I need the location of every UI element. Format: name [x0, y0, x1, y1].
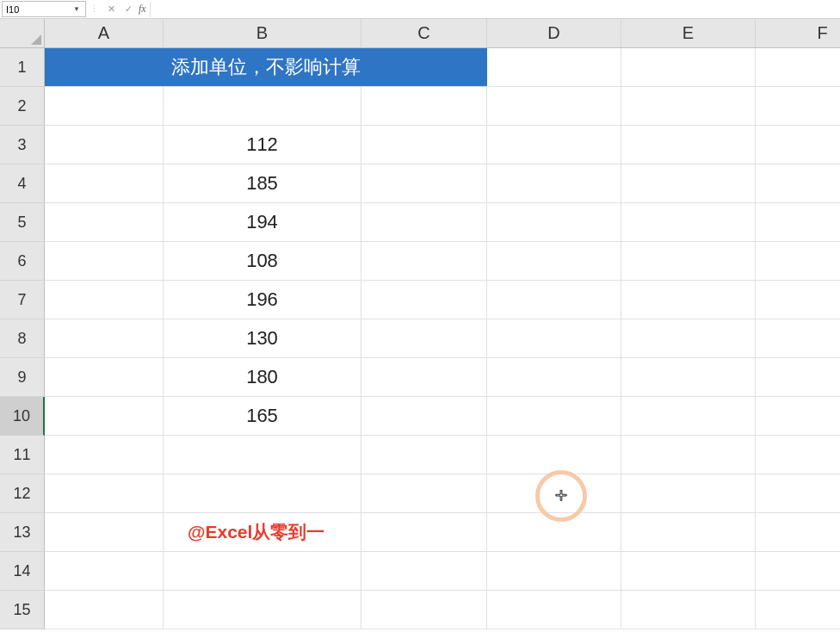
fx-icon[interactable]: fx	[139, 3, 146, 15]
cell-F6[interactable]	[756, 242, 840, 281]
col-header-F[interactable]: F	[756, 19, 840, 48]
cell-F10[interactable]	[756, 397, 840, 436]
cell-B8[interactable]: 130	[164, 319, 361, 358]
row-header-3[interactable]: 3	[0, 126, 45, 164]
cell-F14[interactable]	[756, 552, 840, 591]
cell-F9[interactable]	[756, 358, 840, 397]
row-header-12[interactable]: 12	[0, 474, 45, 513]
cell-D15[interactable]	[487, 591, 621, 629]
cell-F5[interactable]	[756, 203, 840, 242]
cell-E4[interactable]	[621, 164, 756, 203]
cell-C8[interactable]	[361, 319, 487, 358]
row-header-10[interactable]: 10	[0, 397, 45, 436]
cell-B5[interactable]: 194	[164, 203, 361, 242]
cell-C7[interactable]	[361, 281, 487, 319]
cell-C11[interactable]	[361, 436, 487, 474]
cell-F3[interactable]	[756, 126, 840, 164]
cell-A2[interactable]	[45, 87, 164, 126]
cell-D12[interactable]	[487, 474, 621, 513]
row-header-5[interactable]: 5	[0, 203, 45, 242]
cell-B15[interactable]	[164, 591, 361, 629]
row-header-9[interactable]: 9	[0, 358, 45, 397]
cell-C15[interactable]	[361, 591, 487, 629]
cell-C6[interactable]	[361, 242, 487, 281]
cell-E1[interactable]	[621, 48, 756, 87]
cell-B6[interactable]: 108	[164, 242, 361, 281]
name-box[interactable]: I10 ▼	[2, 1, 86, 17]
cell-A6[interactable]	[45, 242, 164, 281]
cell-B12[interactable]	[164, 474, 361, 513]
cell-D9[interactable]	[487, 358, 621, 397]
cell-A15[interactable]	[45, 591, 164, 629]
cell-C13[interactable]	[361, 513, 487, 552]
cells-area[interactable]: 添加单位，不影响计算 112185194108196130180165@Exce…	[45, 48, 840, 632]
cell-E3[interactable]	[621, 126, 756, 164]
cell-C4[interactable]	[361, 164, 487, 203]
cell-D6[interactable]	[487, 242, 621, 281]
cell-D8[interactable]	[487, 319, 621, 358]
cell-E9[interactable]	[621, 358, 756, 397]
row-header-15[interactable]: 15	[0, 591, 45, 629]
row-header-1[interactable]: 1	[0, 48, 45, 87]
cell-E11[interactable]	[621, 436, 756, 474]
cell-D10[interactable]	[487, 397, 621, 436]
row-header-7[interactable]: 7	[0, 281, 45, 319]
cell-F7[interactable]	[756, 281, 840, 319]
cell-A3[interactable]	[45, 126, 164, 164]
cell-F4[interactable]	[756, 164, 840, 203]
cell-C2[interactable]	[361, 87, 487, 126]
row-header-14[interactable]: 14	[0, 552, 45, 591]
select-all-corner[interactable]	[0, 19, 45, 48]
cell-A9[interactable]	[45, 358, 164, 397]
col-header-E[interactable]: E	[621, 19, 756, 48]
cell-E14[interactable]	[621, 552, 756, 591]
row-header-2[interactable]: 2	[0, 87, 45, 126]
cell-C3[interactable]	[361, 126, 487, 164]
accept-formula-button[interactable]: ✓	[120, 2, 137, 17]
name-box-dropdown-icon[interactable]: ▼	[71, 5, 82, 13]
cell-E13[interactable]	[621, 513, 756, 552]
cell-C12[interactable]	[361, 474, 487, 513]
cell-D13[interactable]	[487, 513, 621, 552]
cell-F15[interactable]	[756, 591, 840, 629]
row-header-6[interactable]: 6	[0, 242, 45, 281]
cell-E7[interactable]	[621, 281, 756, 319]
cell-B11[interactable]	[164, 436, 361, 474]
cell-A5[interactable]	[45, 203, 164, 242]
cell-B9[interactable]: 180	[164, 358, 361, 397]
cell-A14[interactable]	[45, 552, 164, 591]
col-header-A[interactable]: A	[45, 19, 164, 48]
cell-B4[interactable]: 185	[164, 164, 361, 203]
cell-C9[interactable]	[361, 358, 487, 397]
cell-B7[interactable]: 196	[164, 281, 361, 319]
merged-title-cell[interactable]: 添加单位，不影响计算	[45, 48, 487, 87]
watermark-cell[interactable]: @Excel从零到一	[164, 513, 361, 552]
cell-D7[interactable]	[487, 281, 621, 319]
cell-A13[interactable]	[45, 513, 164, 552]
cell-F8[interactable]	[756, 319, 840, 358]
col-header-C[interactable]: C	[361, 19, 487, 48]
row-header-13[interactable]: 13	[0, 513, 45, 552]
cell-A8[interactable]	[45, 319, 164, 358]
cell-D5[interactable]	[487, 203, 621, 242]
cell-E8[interactable]	[621, 319, 756, 358]
cell-B2[interactable]	[164, 87, 361, 126]
cell-B3[interactable]: 112	[164, 126, 361, 164]
cell-A10[interactable]	[45, 397, 164, 436]
cell-F13[interactable]	[756, 513, 840, 552]
cell-E10[interactable]	[621, 397, 756, 436]
row-header-11[interactable]: 11	[0, 436, 45, 474]
cell-F11[interactable]	[756, 436, 840, 474]
cell-E2[interactable]	[621, 87, 756, 126]
cell-C5[interactable]	[361, 203, 487, 242]
cell-E12[interactable]	[621, 474, 756, 513]
col-header-B[interactable]: B	[164, 19, 361, 48]
cell-D4[interactable]	[487, 164, 621, 203]
cell-C14[interactable]	[361, 552, 487, 591]
cancel-formula-button[interactable]: ✕	[102, 2, 120, 17]
cell-E6[interactable]	[621, 242, 756, 281]
cell-E15[interactable]	[621, 591, 756, 629]
row-header-8[interactable]: 8	[0, 319, 45, 358]
cell-A7[interactable]	[45, 281, 164, 319]
cell-D2[interactable]	[487, 87, 621, 126]
